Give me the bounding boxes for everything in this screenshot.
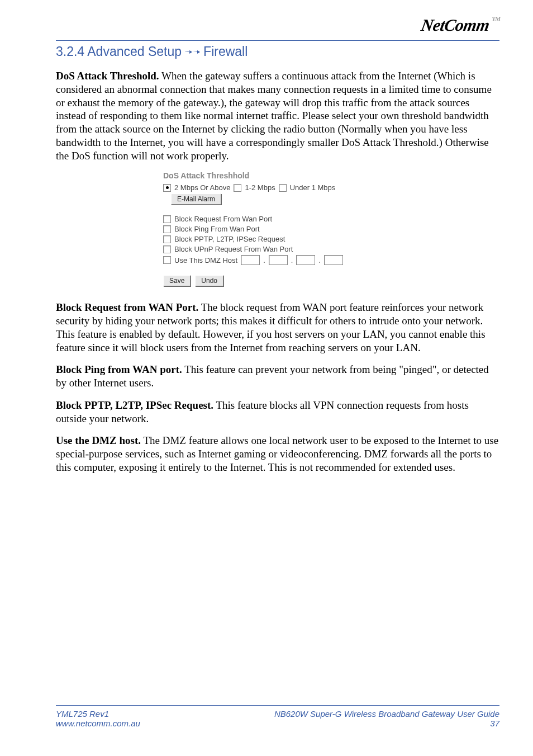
dmz-ip-octet-3[interactable] xyxy=(296,255,315,265)
footer-page-number: 37 xyxy=(274,719,499,728)
check-block-upnp-wan[interactable] xyxy=(163,245,171,253)
top-rule xyxy=(56,40,499,41)
threshold-radio-row: 2 Mbps Or Above 1-2 Mbps Under 1 Mbps xyxy=(163,183,392,192)
section-heading: 3.2.4 Advanced Setup Firewall xyxy=(56,44,499,59)
footer-guide-title: NB620W Super-G Wireless Broadband Gatewa… xyxy=(274,709,499,719)
heading-suffix: Firewall xyxy=(203,44,248,59)
para-bold: DoS Attack Threshold. xyxy=(56,70,159,82)
para-dos-threshold: DoS Attack Threshold. When the gateway s… xyxy=(56,69,499,162)
para-block-ping-wan: Block Ping from WAN port. This feature c… xyxy=(56,363,499,390)
check-use-dmz-host[interactable] xyxy=(163,256,171,264)
check-block-pptp-l2tp-ipsec[interactable] xyxy=(163,235,171,243)
para-bold: Use the DMZ host. xyxy=(56,434,141,446)
radio-under-1mbps[interactable] xyxy=(279,184,287,192)
check-label: Block PPTP, L2TP, IPSec Request xyxy=(174,235,285,243)
logo-text: NetComm xyxy=(420,16,491,34)
heading-prefix: 3.2.4 Advanced Setup xyxy=(56,44,182,59)
undo-button[interactable]: Undo xyxy=(195,275,223,286)
para-dmz-host: Use the DMZ host. The DMZ feature allows… xyxy=(56,434,499,474)
arrow-icon xyxy=(185,50,200,54)
para-block-request-wan: Block Request from WAN Port. The block r… xyxy=(56,301,499,354)
footer-rule xyxy=(56,705,499,706)
netcomm-logo: NetCommTM xyxy=(420,16,501,35)
radio-2mbps-above[interactable] xyxy=(163,184,171,192)
dmz-ip-octet-4[interactable] xyxy=(324,255,343,265)
dmz-ip-octet-1[interactable] xyxy=(241,255,260,265)
check-label: Block Request From Wan Port xyxy=(174,215,272,223)
radio-1-2mbps[interactable] xyxy=(234,184,241,192)
dmz-ip-octet-2[interactable] xyxy=(269,255,288,265)
check-label: Block Ping From Wan Port xyxy=(174,225,260,233)
logo-row: NetCommTM xyxy=(56,11,499,39)
footer-url: www.netcomm.com.au xyxy=(56,719,140,728)
logo-tm: TM xyxy=(492,16,501,22)
check-label: Block UPnP Request From Wan Port xyxy=(174,245,293,253)
para-bold: Block PPTP, L2TP, IPSec Request. xyxy=(56,399,213,411)
para-bold: Block Ping from WAN port. xyxy=(56,363,182,375)
para-bold: Block Request from WAN Port. xyxy=(56,301,198,313)
firewall-settings-panel: DoS Attack Threshhold 2 Mbps Or Above 1-… xyxy=(163,171,392,286)
email-alarm-button[interactable]: E-Mail Alarm xyxy=(171,193,221,205)
para-block-pptp: Block PPTP, L2TP, IPSec Request. This fe… xyxy=(56,399,499,426)
radio-label: 1-2 Mbps xyxy=(245,183,275,192)
footer-doc-id: YML725 Rev1 xyxy=(56,709,140,719)
save-button[interactable]: Save xyxy=(163,275,191,286)
check-block-request-wan[interactable] xyxy=(163,215,171,223)
check-label: Use This DMZ Host xyxy=(174,256,237,264)
para-text: When the gateway suffers a continuous at… xyxy=(56,70,492,162)
radio-label: 2 Mbps Or Above xyxy=(174,183,230,192)
radio-label: Under 1 Mbps xyxy=(290,183,336,192)
page-footer: YML725 Rev1 www.netcomm.com.au NB620W Su… xyxy=(56,705,499,728)
check-block-ping-wan[interactable] xyxy=(163,225,171,233)
panel-title: DoS Attack Threshhold xyxy=(163,171,392,180)
